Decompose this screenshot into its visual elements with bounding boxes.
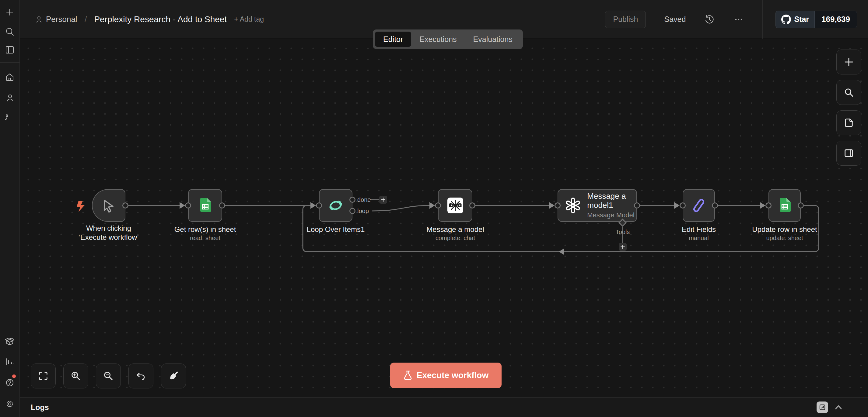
new-workflow-icon[interactable] bbox=[5, 7, 14, 17]
tidy-up-button[interactable] bbox=[161, 363, 186, 388]
perplexity-icon bbox=[447, 198, 463, 213]
history-icon[interactable] bbox=[704, 14, 715, 25]
node-openai-title: Message a model1 bbox=[587, 192, 637, 210]
port-out-done[interactable] bbox=[349, 197, 355, 203]
home-icon[interactable] bbox=[5, 72, 14, 82]
execute-workflow-button[interactable]: Execute workflow bbox=[390, 362, 502, 388]
sidebar-divider bbox=[0, 134, 20, 134]
user-icon[interactable] bbox=[5, 93, 14, 103]
output-label-done: done bbox=[357, 196, 371, 203]
node-sublabel: read: sheet bbox=[159, 235, 251, 242]
sidebar-divider bbox=[0, 62, 20, 63]
workflow-title[interactable]: Perplexity Research - Add to Sheet bbox=[94, 14, 227, 24]
breadcrumb-project[interactable]: Personal bbox=[35, 14, 77, 24]
breadcrumb-project-label: Personal bbox=[46, 14, 77, 24]
cursor-icon bbox=[101, 198, 116, 213]
node-sublabel: update: sheet bbox=[739, 235, 830, 242]
undo-button[interactable] bbox=[128, 363, 153, 388]
execute-workflow-label: Execute workflow bbox=[417, 371, 489, 380]
pen-icon bbox=[691, 198, 707, 213]
canvas-search-button[interactable] bbox=[836, 80, 861, 105]
node-label: Get row(s) in sheet bbox=[159, 225, 251, 234]
port-in[interactable] bbox=[555, 202, 561, 209]
node-label: Message a model bbox=[410, 225, 501, 234]
logs-title: Logs bbox=[31, 397, 49, 417]
node-perplexity[interactable] bbox=[438, 189, 472, 222]
add-tag-button[interactable]: + Add tag bbox=[234, 15, 264, 24]
node-update-row[interactable] bbox=[769, 189, 801, 222]
node-sublabel: complete: chat bbox=[410, 235, 501, 242]
node-openai-subtitle: Message Model bbox=[587, 211, 637, 219]
flask-icon bbox=[403, 371, 412, 380]
tab-evaluations[interactable]: Evaluations bbox=[465, 32, 521, 47]
node-loop-over-items[interactable] bbox=[319, 189, 352, 222]
openai-icon bbox=[565, 197, 581, 214]
settings-gear-icon[interactable] bbox=[5, 399, 14, 409]
github-star-widget[interactable]: Star 169,639 bbox=[775, 11, 857, 28]
view-tabs: Editor Executions Evaluations bbox=[373, 30, 523, 49]
node-sublabel: manual bbox=[653, 235, 744, 242]
search-icon[interactable] bbox=[5, 27, 14, 36]
node-label: Update row in sheet bbox=[739, 225, 830, 234]
add-tool-button[interactable] bbox=[619, 243, 627, 251]
logs-collapse-chevron[interactable] bbox=[834, 403, 843, 412]
app-sidebar bbox=[0, 0, 20, 417]
tools-port-label: Tools bbox=[604, 229, 641, 236]
add-node-after-done-button[interactable] bbox=[379, 196, 387, 204]
logs-panel[interactable]: Logs bbox=[20, 397, 868, 417]
person-icon bbox=[35, 15, 43, 24]
port-out[interactable] bbox=[469, 202, 475, 209]
port-in[interactable] bbox=[766, 202, 772, 209]
port-out-loop[interactable] bbox=[349, 208, 355, 214]
node-manual-trigger[interactable] bbox=[92, 189, 125, 222]
breadcrumb-separator: / bbox=[85, 14, 87, 24]
publish-button[interactable]: Publish bbox=[605, 11, 646, 28]
port-in[interactable] bbox=[316, 202, 322, 209]
google-sheets-icon bbox=[199, 198, 211, 213]
tab-executions[interactable]: Executions bbox=[411, 32, 465, 47]
split-panel-button[interactable] bbox=[836, 141, 861, 166]
zoom-out-button[interactable] bbox=[96, 363, 121, 388]
google-sheets-icon bbox=[778, 198, 791, 213]
port-in[interactable] bbox=[435, 202, 441, 209]
notification-dot bbox=[12, 375, 16, 378]
tab-editor[interactable]: Editor bbox=[375, 32, 411, 47]
output-label-loop: loop bbox=[357, 208, 369, 215]
node-label: Edit Fields bbox=[653, 225, 744, 234]
port-out[interactable] bbox=[712, 202, 718, 209]
chat-icon[interactable] bbox=[5, 114, 14, 124]
zoom-in-button[interactable] bbox=[63, 363, 88, 388]
port-out[interactable] bbox=[122, 202, 128, 209]
saved-status: Saved bbox=[664, 15, 686, 24]
logs-popout-button[interactable] bbox=[816, 402, 828, 413]
more-menu-icon[interactable] bbox=[733, 14, 744, 25]
port-out[interactable] bbox=[634, 202, 640, 209]
panel-left-icon[interactable] bbox=[5, 45, 14, 55]
node-label: Loop Over Items1 bbox=[290, 225, 381, 234]
node-get-rows[interactable] bbox=[188, 189, 222, 222]
port-in[interactable] bbox=[185, 202, 191, 209]
templates-box-icon[interactable] bbox=[5, 337, 14, 346]
port-out[interactable] bbox=[798, 202, 804, 209]
github-icon bbox=[781, 14, 791, 24]
github-star-label: Star bbox=[794, 15, 809, 24]
port-out[interactable] bbox=[219, 202, 225, 209]
node-edit-fields[interactable] bbox=[683, 189, 715, 222]
fit-view-button[interactable] bbox=[31, 363, 56, 388]
node-openai[interactable]: Message a model1 Message Model bbox=[558, 189, 637, 222]
loop-icon bbox=[327, 197, 344, 214]
node-label: When clicking ‘Execute workflow’ bbox=[72, 224, 145, 242]
help-icon[interactable] bbox=[5, 378, 14, 387]
add-node-button[interactable] bbox=[836, 49, 861, 74]
port-in[interactable] bbox=[680, 202, 686, 209]
sticky-note-button[interactable] bbox=[836, 110, 861, 135]
insights-chart-icon[interactable] bbox=[5, 357, 14, 367]
github-star-count: 169,639 bbox=[814, 11, 857, 28]
